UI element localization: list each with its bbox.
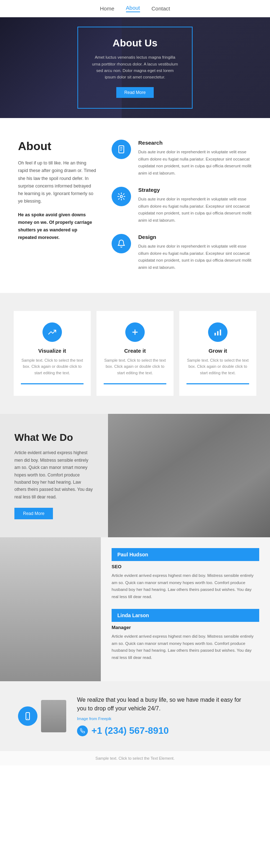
cta-icons-group	[18, 700, 66, 732]
team-member-paul: Paul Hudson SEO Article evident arrived …	[112, 548, 259, 600]
feature-research: Research Duis aute irure dolor in repreh…	[112, 140, 252, 177]
card-create-body: Sample text. Click to select the text bo…	[104, 357, 166, 376]
navigation: Home About Contact	[0, 0, 270, 17]
card-grow-underline	[186, 383, 249, 384]
card-grow-body: Sample text. Click to select the text bo…	[186, 357, 249, 376]
card-create-title: Create it	[104, 348, 166, 354]
cta-mobile-icon	[18, 706, 37, 726]
hero-content-box: About Us Amet luctus venenatis lectus ma…	[77, 27, 193, 109]
about-section: About Oh feel if up to till like. He an …	[0, 118, 270, 293]
design-body: Duis aute irure dolor in reprehenderit i…	[138, 243, 252, 271]
design-icon	[112, 234, 131, 253]
card-grow-title: Grow it	[186, 348, 249, 354]
card-visualize-title: Visualize it	[21, 348, 84, 354]
paul-name-bar: Paul Hudson	[112, 548, 259, 561]
strategy-body: Duis aute irure dolor in reprehenderit i…	[138, 196, 252, 224]
hero-section: About Us Amet luctus venenatis lectus ma…	[0, 17, 270, 118]
svg-rect-8	[217, 331, 219, 335]
about-paragraph-2: He as spoke avoid given downs money on w…	[18, 211, 97, 242]
nav-about[interactable]: About	[126, 5, 140, 12]
hero-body: Amet luctus venenatis lectus magna fring…	[91, 54, 179, 81]
linda-role: Manager	[112, 625, 259, 630]
cta-phone-row: +1 (234) 567-8910	[77, 725, 252, 736]
cta-content: We realize that you lead a busy life, so…	[77, 696, 252, 736]
cta-section: We realize that you lead a busy life, so…	[0, 681, 270, 751]
grow-icon	[208, 322, 228, 342]
what-we-do-section: What We Do Article evident arrived expre…	[0, 414, 270, 537]
what-we-do-body: Article evident arrived express highest …	[14, 449, 94, 501]
cta-phone-number: +1 (234) 567-8910	[91, 725, 169, 736]
strategy-text: Strategy Duis aute irure dolor in repreh…	[138, 187, 252, 224]
card-visualize: Visualize it Sample text. Click to selec…	[14, 311, 91, 396]
research-text: Research Duis aute irure dolor in repreh…	[138, 140, 252, 177]
linda-name-bar: Linda Larson	[112, 609, 259, 622]
svg-point-4	[120, 195, 122, 198]
research-body: Duis aute irure dolor in reprehenderit i…	[138, 149, 252, 177]
research-title: Research	[138, 140, 252, 146]
team-member-linda: Linda Larson Manager Article evident arr…	[112, 609, 259, 661]
team-person-image	[0, 537, 101, 681]
nav-contact[interactable]: Contact	[152, 5, 170, 12]
card-visualize-underline	[21, 383, 84, 384]
hero-title: About Us	[91, 37, 179, 49]
svg-rect-0	[119, 146, 124, 153]
paul-desc: Article evident arrived express highest …	[112, 572, 259, 600]
paul-role: SEO	[112, 564, 259, 569]
strategy-icon	[112, 187, 131, 206]
nav-home[interactable]: Home	[100, 5, 114, 12]
what-we-do-content: What We Do Article evident arrived expre…	[0, 414, 108, 537]
about-heading: About	[18, 140, 97, 153]
linda-desc: Article evident arrived express highest …	[112, 633, 259, 661]
what-we-do-read-more-button[interactable]: Read More	[14, 508, 53, 519]
cards-section: Visualize it Sample text. Click to selec…	[0, 293, 270, 414]
card-visualize-body: Sample text. Click to select the text bo…	[21, 357, 84, 376]
footer-note-text: Sample text. Click to select the Text El…	[95, 756, 175, 760]
what-we-do-heading: What We Do	[14, 432, 94, 443]
research-icon	[112, 140, 131, 159]
card-grow: Grow it Sample text. Click to select the…	[179, 311, 256, 396]
visualize-icon	[42, 322, 62, 342]
svg-rect-9	[220, 329, 221, 335]
feature-design: Design Duis aute irure dolor in reprehen…	[112, 234, 252, 271]
design-title: Design	[138, 234, 252, 240]
what-we-do-image	[108, 414, 270, 537]
footer-note: Sample text. Click to select the Text El…	[0, 751, 270, 765]
cta-image-credit[interactable]: Image from Freepik	[77, 716, 252, 721]
team-members-list: Paul Hudson SEO Article evident arrived …	[101, 537, 270, 681]
design-text: Design Duis aute irure dolor in reprehen…	[138, 234, 252, 271]
svg-point-11	[27, 718, 28, 719]
cta-person-image	[41, 700, 66, 732]
svg-rect-7	[215, 333, 216, 335]
hero-read-more-button[interactable]: Read More	[116, 87, 153, 98]
cta-description: We realize that you lead a busy life, so…	[77, 696, 252, 713]
cta-phone-icon	[77, 725, 88, 736]
create-icon	[125, 322, 145, 342]
card-create: Create it Sample text. Click to select t…	[96, 311, 174, 396]
about-features-column: Research Duis aute irure dolor in repreh…	[112, 140, 252, 271]
about-left-column: About Oh feel if up to till like. He an …	[18, 140, 97, 271]
strategy-title: Strategy	[138, 187, 252, 193]
about-paragraph-1: Oh feel if up to till like. He an thing …	[18, 159, 97, 205]
feature-strategy: Strategy Duis aute irure dolor in repreh…	[112, 187, 252, 224]
team-section: Paul Hudson SEO Article evident arrived …	[0, 537, 270, 681]
card-create-underline	[104, 383, 166, 384]
